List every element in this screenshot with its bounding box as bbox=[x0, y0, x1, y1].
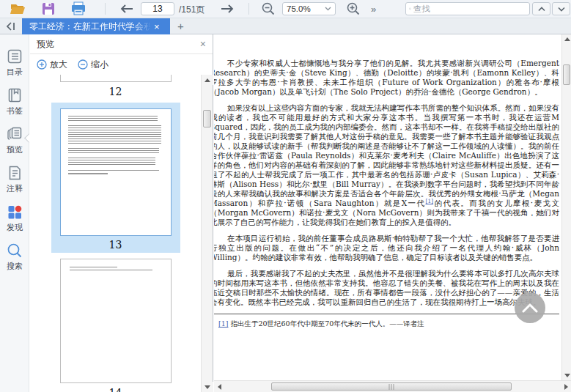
scroll-down-arrow[interactable] bbox=[202, 382, 213, 392]
thumbnail-footnote-line bbox=[68, 173, 108, 174]
preview-panel-header: 预览 × bbox=[30, 34, 213, 54]
previous-page-button[interactable] bbox=[119, 1, 134, 16]
toolbar-separator bbox=[248, 3, 249, 15]
scroll-down-arrow[interactable] bbox=[562, 371, 571, 380]
sidebar-search-icon bbox=[6, 242, 23, 259]
main-toolbar: /151页 75.0% » bbox=[0, 0, 571, 18]
thumbnail-page-12[interactable] bbox=[60, 75, 172, 82]
bookmark-icon bbox=[6, 86, 23, 104]
sidebar-rail: 目录 书签 预览 注释 bbox=[0, 34, 29, 392]
sidebar-label-bookmarks: 书签 bbox=[7, 106, 23, 117]
page-total-label: /151页 bbox=[179, 4, 205, 16]
preview-icon bbox=[6, 125, 23, 143]
scroll-right-arrow[interactable] bbox=[561, 381, 571, 392]
save-icon bbox=[41, 1, 56, 16]
paragraph: 不少专家和权威人士都慷慨地与我分享了他们的见解。我尤其要感谢新兴调研公司（Eme… bbox=[214, 59, 559, 97]
preview-panel-title: 预览 bbox=[37, 38, 54, 51]
thumbnail-text-block bbox=[68, 116, 158, 122]
scrollbar-thumb[interactable] bbox=[271, 382, 512, 391]
annotation-icon bbox=[6, 164, 23, 182]
chevron-up-icon bbox=[538, 7, 545, 12]
thumbnail-page-13-selected[interactable]: 13 bbox=[51, 103, 180, 253]
open-folder-icon bbox=[10, 1, 26, 16]
footnote-text: 指出生于20世纪60年代中期至70年代末的一代人。——译者注 bbox=[228, 319, 424, 328]
sidebar-label-toc: 目录 bbox=[7, 67, 23, 78]
thumbnail-page-13[interactable] bbox=[60, 108, 172, 236]
zoom-in-icon bbox=[346, 1, 361, 16]
zoom-out-button[interactable] bbox=[261, 1, 276, 16]
document-horizontal-scrollbar[interactable] bbox=[214, 380, 571, 392]
paragraph: 如果没有以上这些内容方面的专家，我就无法构建写作本书所需的整个知识体系。然而，如… bbox=[214, 103, 559, 227]
sidebar-item-bookmarks[interactable]: 书签 bbox=[0, 84, 29, 123]
sidebar-item-annotations[interactable]: 注释 bbox=[0, 162, 29, 201]
open-file-button[interactable] bbox=[10, 1, 26, 16]
tab-close-button[interactable]: × bbox=[154, 22, 160, 32]
collapse-left-icon bbox=[5, 21, 17, 32]
thumbnail-page-number: 12 bbox=[30, 86, 201, 97]
zoom-in-button[interactable] bbox=[346, 1, 361, 16]
footnote-ref-link[interactable]: [1] bbox=[425, 198, 433, 204]
chevron-down-icon bbox=[325, 7, 331, 11]
print-icon bbox=[70, 1, 86, 16]
scroll-up-arrow[interactable] bbox=[202, 75, 213, 85]
sidebar-label-search: 搜索 bbox=[7, 261, 23, 272]
thumbnail-list: 12 13 14 bbox=[30, 75, 201, 392]
chevron-up-icon bbox=[521, 303, 539, 313]
scrollbar-thumb[interactable] bbox=[563, 64, 570, 85]
sidebar-label-preview: 预览 bbox=[7, 144, 23, 155]
footnote-ref-link[interactable]: [1] bbox=[218, 319, 228, 328]
search-icon bbox=[409, 4, 411, 13]
page-number-input[interactable] bbox=[141, 2, 174, 15]
thumbnail-page-14[interactable] bbox=[60, 259, 172, 383]
print-button[interactable] bbox=[70, 1, 86, 16]
sidebar-item-discover[interactable]: 发现 bbox=[0, 201, 29, 240]
sidebar-item-toc[interactable]: 目录 bbox=[0, 34, 29, 84]
document-view: 不少专家和权威人士都慷慨地与我分享了他们的见解。我尤其要感谢新兴调研公司（Eme… bbox=[214, 34, 571, 392]
footnote-rule bbox=[214, 314, 559, 314]
scroll-up-arrow[interactable] bbox=[562, 34, 571, 44]
sidebar-item-preview[interactable]: 预览 bbox=[0, 123, 29, 162]
footnote: [1] 指出生于20世纪60年代中期至70年代末的一代人。——译者注 bbox=[218, 319, 559, 328]
double-chevron-right-icon: » bbox=[371, 4, 375, 15]
chevron-down-icon bbox=[558, 7, 565, 12]
thumbnail-text-block bbox=[68, 125, 161, 145]
arrow-left-icon bbox=[119, 4, 134, 14]
thumbnail-footnote-rule bbox=[68, 170, 160, 171]
scrollbar-thumb[interactable] bbox=[203, 110, 211, 127]
find-next-button[interactable] bbox=[552, 2, 570, 15]
thumbnail-text-block bbox=[68, 158, 156, 166]
zoom-out-icon bbox=[261, 1, 276, 16]
collapse-tabbar-button[interactable] bbox=[5, 21, 18, 32]
sidebar-item-search[interactable]: 搜索 bbox=[0, 240, 29, 278]
scroll-left-arrow[interactable] bbox=[214, 381, 224, 392]
sidebar-label-discover: 发现 bbox=[7, 222, 23, 233]
thumbnail-zoom-in-label: 放大 bbox=[50, 59, 67, 71]
preview-panel-close-button[interactable]: × bbox=[200, 39, 206, 49]
new-tab-button[interactable]: + bbox=[177, 20, 184, 32]
thumbnail-page-number: 14 bbox=[30, 387, 201, 392]
tab-title: 零工经济：在新工作时代学会积 bbox=[29, 21, 152, 33]
paragraph: 在本项目运行初始，我的前任董事会成员路易斯·帕特勒帮了我一个大忙，他帮我解答了是… bbox=[214, 234, 559, 262]
preview-panel: 预览 × 放大 缩小 12 bbox=[30, 34, 213, 392]
minus-circle-icon bbox=[78, 59, 88, 70]
sidebar-label-annotations: 注释 bbox=[7, 183, 23, 194]
document-tab[interactable]: 零工经济：在新工作时代学会积 × bbox=[22, 18, 170, 34]
find-previous-button[interactable] bbox=[532, 2, 550, 15]
document-page[interactable]: 不少专家和权威人士都慷慨地与我分享了他们的见解。我尤其要感谢新兴调研公司（Eme… bbox=[214, 34, 561, 380]
search-input[interactable] bbox=[413, 4, 526, 13]
arrow-right-icon bbox=[220, 4, 235, 14]
more-tools-button[interactable]: » bbox=[371, 1, 375, 16]
thumbnail-zoom-out-button[interactable]: 缩小 bbox=[78, 59, 108, 71]
thumbnail-zoom-in-button[interactable]: 放大 bbox=[37, 59, 67, 71]
thumbnail-scrollbar[interactable] bbox=[201, 75, 213, 392]
next-page-button[interactable] bbox=[220, 1, 235, 16]
zoom-level-dropdown[interactable]: 75.0% bbox=[282, 2, 336, 15]
preview-panel-tools: 放大 缩小 bbox=[30, 54, 213, 75]
thumbnail-text-block bbox=[68, 148, 160, 155]
search-field[interactable] bbox=[405, 2, 530, 15]
save-button[interactable] bbox=[41, 1, 56, 16]
document-vertical-scrollbar[interactable] bbox=[561, 34, 571, 380]
back-to-top-button[interactable] bbox=[515, 292, 545, 323]
paragraph: 最后，我要感谢我了不起的丈夫杰里，虽然他并不是很理解我为什么要将本可以多打几次高… bbox=[214, 269, 559, 307]
scrollbar-grip bbox=[389, 384, 394, 390]
